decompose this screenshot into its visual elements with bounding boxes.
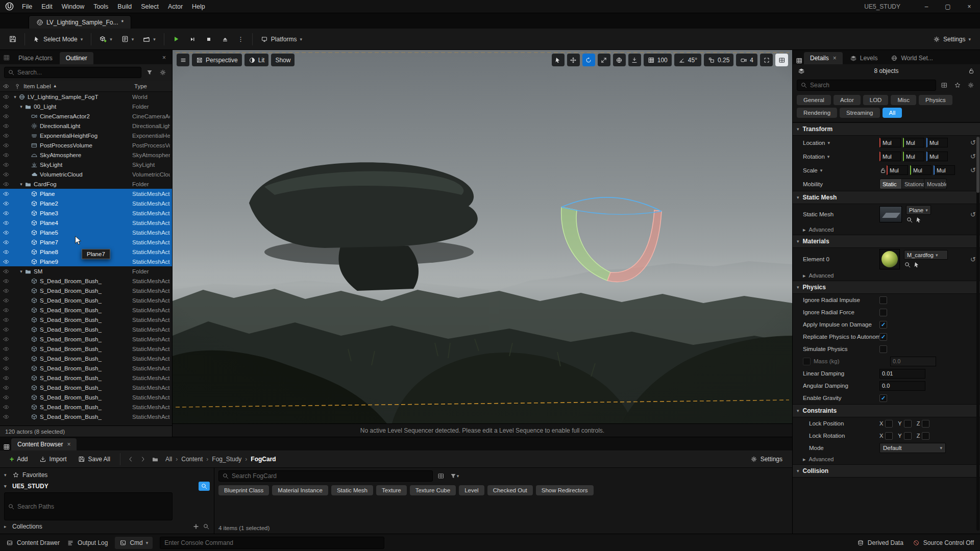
breadcrumb-fog_study[interactable]: Fog_Study — [212, 456, 241, 463]
menu-file[interactable]: File — [17, 0, 37, 13]
outliner-row[interactable]: S_Dead_Broom_Bush_StaticMeshActor — [0, 412, 172, 421]
filter-actor[interactable]: Actor — [834, 95, 861, 105]
checkbox[interactable]: ✓ — [879, 321, 887, 329]
physics-value-input[interactable]: 0.01 — [879, 369, 925, 379]
column-item-label[interactable]: Item Label▲ — [22, 83, 134, 89]
visibility-eye-icon[interactable] — [0, 258, 12, 265]
section-header-static-mesh[interactable]: ▾Static Mesh — [793, 191, 980, 204]
mobility-stationary[interactable]: Stationary — [902, 179, 924, 189]
tab-world-settings[interactable]: World Set... — [885, 52, 939, 64]
visibility-eye-icon[interactable] — [0, 336, 12, 343]
tab-levels[interactable]: Levels — [844, 52, 884, 64]
visibility-eye-icon[interactable] — [0, 365, 12, 372]
history-back-button[interactable] — [126, 454, 136, 464]
rotation-y-value[interactable]: Mul — [903, 152, 924, 161]
mobility-static[interactable]: Static — [879, 179, 902, 189]
add-button[interactable]: +Add — [5, 453, 33, 466]
visibility-eye-icon[interactable] — [0, 113, 12, 120]
filter-lod[interactable]: LOD — [863, 95, 889, 105]
details-search-input[interactable] — [810, 82, 933, 89]
visibility-eye-icon[interactable] — [0, 103, 12, 110]
import-button[interactable]: Import — [35, 453, 71, 466]
outliner-row[interactable]: ▾LV_Lighting_Sample_FogTWorld — [0, 92, 172, 102]
checkbox[interactable]: ✓ — [904, 420, 912, 428]
outliner-row[interactable]: SkyLightSkyLight — [0, 160, 172, 169]
visibility-eye-icon[interactable] — [0, 374, 12, 382]
expander-caret-icon[interactable]: ▾ — [18, 269, 24, 274]
filter-general[interactable]: General — [797, 95, 831, 105]
platforms-dropdown[interactable]: Platforms ▾ — [257, 32, 306, 47]
reset-to-default-icon[interactable]: ↺ — [970, 166, 976, 174]
visibility-eye-icon[interactable] — [0, 142, 12, 149]
console-input[interactable] — [164, 539, 380, 546]
choose-path-button[interactable] — [150, 454, 160, 464]
reset-to-default-icon[interactable]: ↺ — [970, 139, 976, 146]
asset-search-input[interactable] — [232, 472, 429, 480]
outliner-row[interactable]: ▾SMFolder — [0, 266, 172, 276]
visibility-eye-icon[interactable] — [0, 161, 12, 168]
menu-window[interactable]: Window — [57, 0, 89, 13]
tab-content-browser[interactable]: Content Browser× — [11, 438, 77, 450]
asset-filter-button[interactable]: ▾ — [449, 471, 459, 481]
checkbox[interactable]: ✓ — [904, 432, 912, 440]
show-dropdown[interactable]: Show — [271, 54, 295, 66]
visibility-eye-icon[interactable] — [0, 384, 12, 391]
pin-column-icon[interactable] — [14, 83, 21, 90]
outliner-search[interactable] — [4, 67, 141, 78]
outliner-row[interactable]: PlaneStaticMeshActor — [0, 189, 172, 198]
visibility-eye-icon[interactable] — [0, 171, 12, 178]
reset-to-default-icon[interactable]: ↺ — [970, 153, 976, 160]
checkbox[interactable]: ✓ — [885, 432, 893, 440]
outliner-row[interactable]: S_Dead_Broom_Bush_StaticMeshActor — [0, 392, 172, 402]
reset-to-default-icon[interactable]: ↺ — [970, 211, 976, 218]
content-settings-button[interactable]: Settings — [746, 453, 787, 466]
section-header-materials[interactable]: ▾Materials — [793, 235, 980, 248]
material-thumbnail[interactable] — [879, 249, 900, 269]
outliner-row[interactable]: S_Dead_Broom_Bush_StaticMeshActor — [0, 286, 172, 295]
visibility-eye-icon[interactable] — [0, 93, 12, 101]
unlock-icon[interactable] — [968, 67, 975, 74]
visibility-eye-icon[interactable] — [0, 190, 12, 197]
checkbox[interactable]: ✓ — [879, 345, 887, 353]
perspective-dropdown[interactable]: Perspective — [192, 54, 242, 66]
outliner-row[interactable]: Plane2StaticMeshActor — [0, 198, 172, 208]
visibility-eye-icon[interactable] — [0, 200, 12, 207]
expander-caret-icon[interactable]: ▾ — [18, 104, 24, 109]
outliner-row[interactable]: SkyAtmosphereSkyAtmosphere — [0, 150, 172, 160]
favorites-row[interactable]: ▾Favorites — [4, 470, 210, 480]
scale-z-value[interactable]: Mul — [934, 165, 955, 175]
search-paths[interactable] — [4, 492, 173, 520]
outliner-row[interactable]: S_Dead_Broom_Bush_StaticMeshActor — [0, 334, 172, 344]
menu-actor[interactable]: Actor — [163, 0, 187, 13]
visibility-eye-icon[interactable] — [0, 355, 12, 362]
chip-texture[interactable]: Texture — [376, 485, 407, 495]
saved-search-button[interactable] — [436, 471, 446, 481]
frame-skip-button[interactable] — [185, 32, 200, 47]
outliner-close-icon[interactable]: × — [162, 54, 169, 64]
collections-row[interactable]: ▸Collections — [4, 521, 210, 532]
outliner-row[interactable]: S_Dead_Broom_Bush_StaticMeshActor — [0, 344, 172, 354]
outliner-row[interactable]: DirectionalLightDirectionalLight — [0, 121, 172, 131]
checkbox[interactable]: ✓ — [879, 333, 887, 341]
outliner-row[interactable]: Plane3StaticMeshActor — [0, 208, 172, 218]
level-asset-tab[interactable]: LV_Lighting_Sample_Fo... * — [29, 15, 131, 29]
breadcrumb-fogcard[interactable]: FogCard — [251, 456, 276, 463]
asset-search[interactable] — [218, 470, 433, 482]
outliner-row[interactable]: Plane4StaticMeshActor — [0, 218, 172, 228]
derived-data-button[interactable]: Derived Data — [857, 539, 903, 546]
details-scrollbar[interactable] — [976, 137, 979, 531]
menu-select[interactable]: Select — [136, 0, 163, 13]
add-collection-icon[interactable] — [192, 523, 200, 530]
location-dropdown[interactable]: Location▾ — [803, 140, 879, 146]
physics-value-input[interactable]: 0.0 — [890, 357, 936, 366]
visibility-eye-icon[interactable] — [0, 239, 12, 246]
visibility-eye-icon[interactable] — [0, 413, 12, 420]
visibility-eye-icon[interactable] — [0, 278, 12, 285]
menu-tools[interactable]: Tools — [89, 0, 113, 13]
override-checkbox[interactable]: ✓ — [803, 358, 811, 365]
visibility-eye-icon[interactable] — [0, 268, 12, 275]
outliner-row[interactable]: S_Dead_Broom_Bush_StaticMeshActor — [0, 402, 172, 412]
checkbox[interactable]: ✓ — [879, 309, 887, 316]
use-selected-asset-icon[interactable] — [915, 216, 922, 223]
chip-show-redirectors[interactable]: Show Redirectors — [536, 485, 594, 495]
